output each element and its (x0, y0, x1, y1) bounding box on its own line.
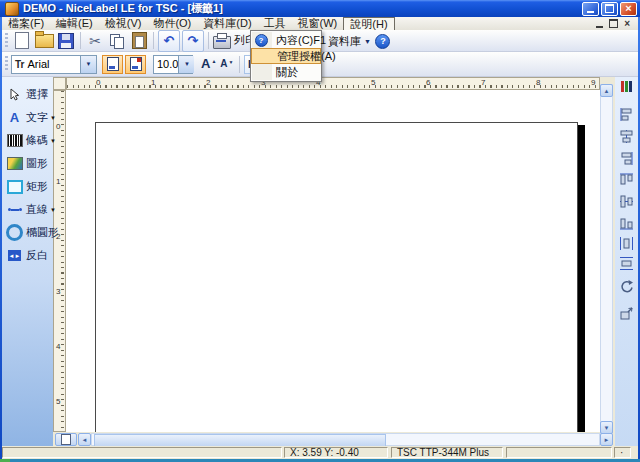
font-size-value: 10.0 (154, 58, 178, 70)
close-button[interactable]: × (620, 2, 637, 16)
scroll-up-button[interactable]: ▲ (600, 84, 613, 97)
app-icon (5, 2, 19, 16)
restore-icon (605, 4, 614, 13)
scroll-right-button[interactable]: ► (600, 433, 613, 446)
menu-database[interactable]: 資料庫(D) (197, 17, 257, 30)
menu-bar: 檔案(F) 編輯(E) 檢視(V) 物件(O) 資料庫(D) 工具 視窗(W) … (2, 17, 638, 30)
menu-object[interactable]: 物件(O) (147, 17, 197, 30)
tool-select[interactable]: 選擇 (2, 83, 53, 106)
new-document-icon (15, 32, 29, 49)
mdi-close-icon[interactable]: × (624, 19, 630, 29)
menu-item-label: 關於 (251, 65, 298, 80)
help-button[interactable]: ? (373, 31, 393, 51)
scroll-right-icon: ► (604, 437, 610, 443)
ruler-number: 5 (371, 79, 375, 87)
rotate-button[interactable] (618, 278, 635, 295)
tool-picture[interactable]: 圖形 (2, 152, 53, 175)
paste-button[interactable] (129, 31, 149, 51)
scroll-left-button[interactable]: ◄ (78, 433, 91, 446)
label-canvas[interactable] (95, 122, 578, 432)
tool-barcode[interactable]: 條碼 ▼ (2, 129, 53, 152)
toolbar-grip[interactable] (5, 56, 8, 72)
save-button[interactable] (56, 31, 76, 51)
align-center-vertical-icon (619, 194, 634, 209)
menu-item-manage-license[interactable]: 管理授權(A) (251, 48, 321, 64)
distribute-vertical-button[interactable] (618, 255, 635, 272)
chevron-down-icon: ▼ (86, 61, 92, 67)
open-button[interactable] (34, 31, 54, 51)
restore-button[interactable] (601, 2, 618, 16)
align-center-vertical-button[interactable] (618, 193, 635, 210)
paste-clipboard-icon (132, 32, 147, 49)
increase-font-icon: A (201, 57, 210, 71)
align-right-button[interactable] (618, 150, 635, 167)
font-toggle-button-2[interactable] (125, 55, 146, 74)
decrease-font-button[interactable]: A ▼ (220, 58, 233, 70)
menu-help[interactable]: 說明(H) (343, 17, 394, 30)
label-pages-button[interactable] (55, 433, 77, 446)
align-toolbar (615, 77, 638, 446)
font-family-combo[interactable]: Tr Arial ▼ (11, 55, 97, 74)
ruler-number: 3 (56, 288, 60, 296)
ruler-number: 1 (151, 79, 155, 87)
color-bars-icon (619, 79, 634, 94)
scrollbar-track[interactable] (91, 433, 600, 446)
tool-label: 條碼 (26, 133, 48, 148)
resize-button[interactable] (618, 305, 635, 322)
undo-button[interactable]: ↶ (158, 30, 180, 52)
rectangle-icon (6, 179, 23, 194)
status-panel-spare (506, 447, 612, 458)
cut-scissors-icon: ✂ (89, 34, 101, 48)
tool-label: 圖形 (26, 156, 48, 171)
align-center-horizontal-button[interactable] (618, 128, 635, 145)
tool-label: 直線 (26, 202, 48, 217)
font-family-dropdown-button[interactable]: ▼ (80, 56, 96, 73)
font-toggle-button-1[interactable] (102, 55, 123, 74)
minimize-button[interactable] (582, 2, 599, 16)
new-button[interactable] (12, 31, 32, 51)
menu-item-icon-cell: ? (251, 34, 271, 47)
horizontal-scrollbar[interactable]: ◄ ► (55, 433, 613, 446)
toolbar-separator (80, 32, 81, 49)
design-viewport[interactable] (66, 90, 600, 432)
menu-item-about[interactable]: 關於 (251, 64, 321, 80)
menu-view[interactable]: 檢視(V) (99, 17, 148, 30)
colors-button[interactable] (618, 78, 635, 95)
label-edge-bar (578, 125, 585, 432)
tool-rectangle[interactable]: 矩形 (2, 175, 53, 198)
window-controls: × (580, 2, 637, 16)
tool-label: 文字 (26, 110, 48, 125)
menu-tools[interactable]: 工具 (258, 17, 292, 30)
menu-file[interactable]: 檔案(F) (2, 17, 50, 30)
ruler-number: 1 (56, 178, 60, 186)
align-bottom-icon (619, 216, 634, 231)
menu-edit[interactable]: 編輯(E) (50, 17, 99, 30)
ruler-ticks (61, 91, 64, 431)
align-bottom-button[interactable] (618, 215, 635, 232)
mdi-restore-icon[interactable] (609, 19, 618, 28)
copy-button[interactable] (107, 31, 127, 51)
redo-button[interactable]: ↷ (182, 30, 204, 52)
increase-font-button[interactable]: A ▲ (201, 57, 216, 71)
font-size-combo[interactable]: 10.0 ▼ (153, 55, 193, 74)
toolbox-panel: 選擇 A 文字 ▼ 條碼 ▼ 圖形 矩形 直線 ▼ 橢圓形 ◄► 反白 (2, 77, 53, 446)
distribute-horizontal-button[interactable] (618, 235, 635, 252)
font-size-dropdown-button[interactable]: ▼ (178, 56, 194, 73)
title-bar[interactable]: DEMO - NiceLabel LE for TSC - [標籤1] × (0, 0, 640, 17)
menu-window[interactable]: 視窗(W) (292, 17, 344, 30)
align-top-button[interactable] (618, 171, 635, 188)
menu-item-shortcut: F1 (313, 34, 331, 46)
tool-inverse[interactable]: ◄► 反白 (2, 244, 53, 267)
vertical-scrollbar[interactable]: ▲ ▼ (600, 84, 613, 434)
tool-line[interactable]: 直線 ▼ (2, 198, 53, 221)
cut-button[interactable]: ✂ (85, 31, 105, 51)
menu-item-contents[interactable]: ? 內容(C) F1 (251, 32, 321, 48)
align-center-horizontal-icon (619, 129, 634, 144)
minimize-icon (587, 11, 594, 13)
toolbar-grip[interactable] (5, 33, 8, 49)
align-left-button[interactable] (618, 106, 635, 123)
mdi-minimize-icon[interactable] (596, 26, 603, 28)
tool-text[interactable]: A 文字 ▼ (2, 106, 53, 129)
tool-ellipse[interactable]: 橢圓形 (2, 221, 53, 244)
help-icon: ? (375, 34, 390, 49)
